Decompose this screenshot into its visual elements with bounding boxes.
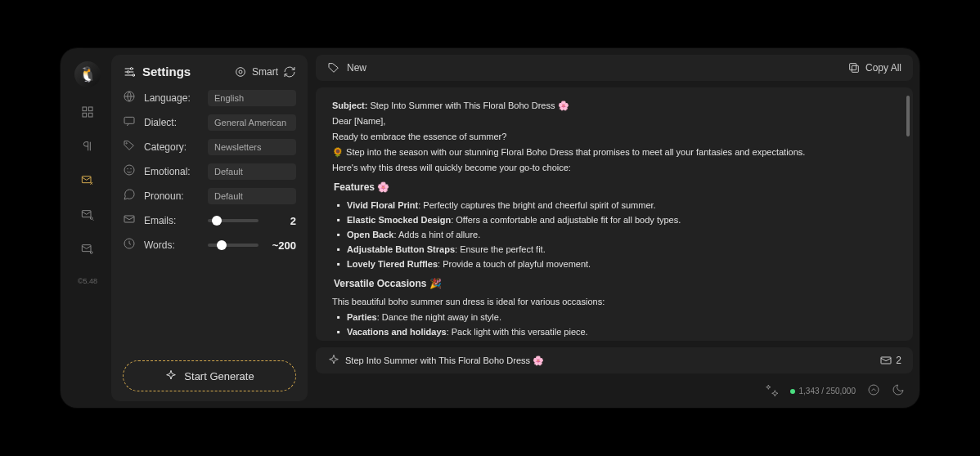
start-generate-button[interactable]: Start Generate xyxy=(123,360,296,391)
intro-1: Ready to embrace the essence of summer? xyxy=(332,130,897,144)
svg-rect-3 xyxy=(88,113,92,117)
emotional-label: Emotional: xyxy=(144,166,201,177)
char-counter: 1,343 / 250,000 xyxy=(790,387,856,396)
svg-rect-7 xyxy=(82,245,91,252)
emotional-row: Emotional: Default xyxy=(123,163,296,180)
emotional-select[interactable]: Default xyxy=(208,163,296,180)
svg-rect-2 xyxy=(83,113,87,117)
svg-rect-5 xyxy=(82,211,91,217)
svg-rect-24 xyxy=(881,357,891,364)
occasions-list: Parties: Dance the night away in style.V… xyxy=(332,311,897,341)
svg-point-12 xyxy=(236,67,245,76)
clock-icon xyxy=(123,237,137,253)
svg-rect-22 xyxy=(852,65,858,72)
svg-point-19 xyxy=(131,168,132,169)
compose-mail-icon[interactable] xyxy=(78,171,97,190)
mail-count-badge[interactable]: 2 xyxy=(879,354,901,367)
paragraph-icon[interactable] xyxy=(78,136,97,156)
list-item: Open Back: Adds a hint of allure. xyxy=(337,228,897,242)
words-value: ~200 xyxy=(265,239,296,252)
smart-label: Smart xyxy=(252,66,278,78)
pronoun-select[interactable]: Default xyxy=(208,188,296,204)
category-label: Category: xyxy=(144,141,201,153)
new-button[interactable]: New xyxy=(327,61,366,74)
dashboard-icon[interactable] xyxy=(78,102,97,122)
email-content[interactable]: Subject: Step Into Summer with This Flor… xyxy=(316,87,913,341)
list-item: Elastic Smocked Design: Offers a comfort… xyxy=(337,213,897,227)
language-label: Language: xyxy=(144,92,201,104)
sparkles-icon[interactable] xyxy=(766,383,779,398)
features-list: Vivid Floral Print: Perfectly captures t… xyxy=(332,199,897,271)
language-select[interactable]: English xyxy=(208,90,296,106)
face-icon xyxy=(123,163,137,180)
words-slider[interactable] xyxy=(208,244,258,247)
tag-icon xyxy=(123,139,137,155)
emails-row: Emails: 2 xyxy=(123,212,296,229)
svg-point-6 xyxy=(90,217,92,220)
category-select[interactable]: Newsletters xyxy=(208,139,296,155)
emails-value: 2 xyxy=(265,215,296,227)
svg-point-18 xyxy=(128,168,128,169)
avatar[interactable]: 🐧 xyxy=(74,61,101,87)
svg-point-10 xyxy=(127,70,129,73)
category-row: Category: Newsletters xyxy=(123,139,296,155)
copy-all-label: Copy All xyxy=(865,62,901,74)
generate-label: Start Generate xyxy=(184,370,254,382)
occasions-intro: This beautiful boho summer sun dress is … xyxy=(332,295,897,309)
smart-toggle[interactable]: Smart xyxy=(234,65,296,78)
list-item: Adjustable Button Straps: Ensure the per… xyxy=(337,243,897,257)
list-item: Lovely Tiered Ruffles: Provide a touch o… xyxy=(337,257,897,271)
subject-line: Subject: Step Into Summer with This Flor… xyxy=(332,99,897,113)
emails-slider[interactable] xyxy=(208,219,258,222)
occasions-heading: Versatile Occasions 🎉 xyxy=(334,276,897,292)
sparkle-icon xyxy=(164,369,178,382)
chat-icon xyxy=(123,114,137,131)
list-item: Vacations and holidays: Pack light with … xyxy=(337,325,897,339)
dialect-label: Dialect: xyxy=(144,117,201,128)
mail-count-value: 2 xyxy=(896,355,901,366)
words-row: Words: ~200 xyxy=(123,237,296,253)
language-row: Language: English xyxy=(123,90,296,106)
speech-icon xyxy=(123,188,137,204)
dialect-row: Dialect: General American xyxy=(123,114,296,131)
mail-icon xyxy=(879,354,892,367)
sliders-icon xyxy=(123,65,136,78)
list-item: Family gatherings and weddings: Stand ou… xyxy=(337,340,897,341)
settings-title-text: Settings xyxy=(142,65,191,78)
mail-settings-icon[interactable] xyxy=(78,239,97,259)
svg-rect-1 xyxy=(88,107,92,111)
refresh-icon xyxy=(283,65,296,78)
version-label: ©5.48 xyxy=(78,277,97,285)
copy-all-button[interactable]: Copy All xyxy=(847,61,901,74)
main-area: New Copy All Subject: Step Into Summer w… xyxy=(316,55,913,401)
tag-plus-icon xyxy=(327,61,340,74)
svg-rect-23 xyxy=(850,64,856,70)
moon-icon[interactable] xyxy=(892,383,905,398)
main-header: New Copy All xyxy=(316,55,913,81)
pronoun-row: Pronoun: Default xyxy=(123,188,296,204)
list-item: Parties: Dance the night away in style. xyxy=(337,311,897,324)
mail-out-icon xyxy=(123,212,137,229)
words-label: Words: xyxy=(144,239,201,251)
result-subject-bar: Step Into Summer with This Floral Boho D… xyxy=(316,347,913,373)
greeting: Dear [Name], xyxy=(332,114,897,128)
copy-icon xyxy=(847,61,861,74)
left-nav-rail: 🐧 ©5.48 xyxy=(67,55,108,401)
mail-search-icon[interactable] xyxy=(78,205,97,225)
svg-point-16 xyxy=(126,143,127,144)
settings-title: Settings xyxy=(123,65,191,78)
dialect-select[interactable]: General American xyxy=(208,114,296,131)
result-subject-text: Step Into Summer with This Floral Boho D… xyxy=(345,355,544,366)
svg-rect-4 xyxy=(82,177,91,183)
emails-label: Emails: xyxy=(144,215,201,226)
footer-bar: 1,343 / 250,000 xyxy=(316,380,913,401)
intro-3: Here's why this dress will quickly becom… xyxy=(332,161,897,175)
new-label: New xyxy=(347,62,366,74)
expand-icon[interactable] xyxy=(867,383,880,398)
scrollbar[interactable] xyxy=(906,96,910,136)
svg-point-9 xyxy=(130,67,133,69)
pronoun-label: Pronoun: xyxy=(144,190,201,202)
globe-icon xyxy=(123,90,137,106)
target-icon xyxy=(234,65,247,78)
svg-point-13 xyxy=(239,70,242,74)
